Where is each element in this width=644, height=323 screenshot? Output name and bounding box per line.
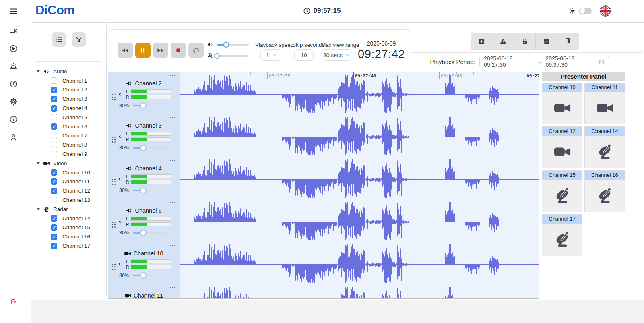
lock-button[interactable] bbox=[514, 33, 536, 50]
channel-checkbox[interactable] bbox=[51, 133, 57, 139]
mute-speaker-icon[interactable] bbox=[118, 219, 124, 225]
channel-checkbox[interactable] bbox=[51, 123, 57, 130]
more-options-icon[interactable]: ··· bbox=[169, 242, 176, 248]
waveform-zoom-slider[interactable] bbox=[216, 55, 249, 57]
caret-down-icon[interactable] bbox=[37, 162, 40, 164]
slider-thumb[interactable] bbox=[223, 42, 229, 48]
channel-checkbox[interactable] bbox=[51, 234, 57, 240]
archive-button[interactable] bbox=[536, 33, 557, 50]
filter-button[interactable] bbox=[72, 32, 86, 47]
pause-button[interactable] bbox=[135, 43, 151, 58]
channel-volume-slider[interactable] bbox=[133, 147, 166, 149]
waveform-canvas[interactable] bbox=[180, 157, 539, 199]
slider-thumb[interactable] bbox=[140, 187, 146, 193]
waveform-canvas[interactable] bbox=[180, 284, 539, 299]
presenter-tile[interactable]: Channel 11 bbox=[584, 83, 625, 124]
loop-button[interactable] bbox=[188, 43, 204, 58]
mute-speaker-icon[interactable] bbox=[118, 91, 124, 97]
channel-checkbox[interactable] bbox=[51, 142, 57, 148]
tree-section[interactable]: Radar bbox=[31, 205, 106, 214]
settings-nav-icon[interactable] bbox=[9, 97, 18, 106]
mute-speaker-icon[interactable] bbox=[118, 176, 124, 182]
drag-handle-icon[interactable] bbox=[112, 94, 117, 95]
channel-volume-slider[interactable] bbox=[133, 232, 166, 234]
channel-checkbox[interactable] bbox=[51, 151, 57, 157]
channel-tree-item[interactable]: Channel 14 bbox=[31, 214, 106, 223]
channel-tree-item[interactable]: Channel 13 bbox=[31, 195, 106, 205]
channel-tree-item[interactable]: Channel 10 bbox=[31, 168, 106, 177]
snapshot-button[interactable] bbox=[471, 33, 492, 50]
presenter-tile[interactable]: Channel 12 bbox=[542, 126, 582, 168]
channel-tree-item[interactable]: Channel 12 bbox=[31, 186, 106, 195]
drag-handle-icon[interactable] bbox=[112, 179, 117, 180]
logout-icon[interactable] bbox=[10, 298, 17, 306]
mute-speaker-icon[interactable] bbox=[118, 261, 124, 267]
calendar-icon[interactable] bbox=[599, 58, 605, 65]
channel-tree-item[interactable]: Channel 3 bbox=[31, 94, 106, 104]
language-flag-uk[interactable] bbox=[600, 5, 611, 17]
slider-thumb[interactable] bbox=[140, 103, 146, 109]
max-view-range-select[interactable]: 30 secs bbox=[322, 49, 352, 61]
master-volume-slider[interactable] bbox=[217, 44, 249, 46]
presenter-tile[interactable]: Channel 14 bbox=[584, 126, 625, 168]
more-options-icon[interactable]: ··· bbox=[169, 157, 176, 163]
presenter-tile[interactable]: Channel 10 bbox=[542, 83, 582, 124]
channel-checkbox[interactable] bbox=[51, 197, 57, 203]
channel-tree-item[interactable]: Channel 4 bbox=[31, 104, 106, 113]
channel-checkbox[interactable] bbox=[51, 96, 57, 102]
channel-tree-item[interactable]: Channel 6 bbox=[31, 122, 106, 131]
drag-handle-icon[interactable] bbox=[112, 137, 117, 138]
channel-checkbox[interactable] bbox=[51, 105, 57, 112]
channel-tree-item[interactable]: Channel 7 bbox=[31, 131, 106, 141]
channel-tree-item[interactable]: Channel 9 bbox=[31, 149, 106, 159]
bookmark-button[interactable] bbox=[557, 33, 579, 50]
fast-forward-button[interactable] bbox=[153, 43, 168, 58]
video-nav-icon[interactable] bbox=[9, 27, 18, 35]
slider-thumb[interactable] bbox=[140, 145, 146, 151]
alarm-nav-icon[interactable] bbox=[9, 62, 18, 70]
playback-period-input[interactable]: 2025-06-18 09:27:30 → 2025-06-18 09:37:3… bbox=[479, 55, 609, 68]
skip-seconds-input[interactable]: 10 bbox=[294, 49, 314, 61]
drag-handle-icon[interactable] bbox=[112, 264, 117, 265]
playback-nav-icon[interactable] bbox=[9, 44, 18, 53]
channel-checkbox[interactable] bbox=[51, 114, 57, 120]
tree-section[interactable]: Video bbox=[31, 159, 106, 168]
presenter-tile[interactable]: Channel 17 bbox=[542, 214, 582, 256]
channel-tree-item[interactable]: Channel 11 bbox=[31, 177, 106, 186]
caret-down-icon[interactable] bbox=[37, 70, 40, 72]
channel-tree-item[interactable]: Channel 16 bbox=[31, 232, 106, 241]
channel-tree-item[interactable]: Channel 8 bbox=[31, 140, 106, 149]
warning-button[interactable] bbox=[492, 33, 514, 50]
info-nav-icon[interactable] bbox=[9, 115, 18, 124]
dashboard-nav-icon[interactable] bbox=[9, 80, 18, 88]
channel-tree-item[interactable]: Channel 5 bbox=[31, 113, 106, 122]
waveform-canvas[interactable] bbox=[180, 72, 539, 114]
waveform-canvas[interactable] bbox=[180, 199, 539, 241]
channel-checkbox[interactable] bbox=[51, 215, 57, 222]
theme-toggle[interactable] bbox=[579, 8, 592, 14]
mute-speaker-icon[interactable] bbox=[118, 134, 124, 140]
slider-thumb[interactable] bbox=[214, 53, 220, 59]
slider-thumb[interactable] bbox=[140, 272, 146, 278]
drag-handle-icon[interactable] bbox=[112, 222, 117, 223]
channel-volume-slider[interactable] bbox=[133, 275, 166, 276]
stop-button[interactable] bbox=[171, 43, 186, 58]
more-options-icon[interactable]: ··· bbox=[169, 284, 176, 290]
more-options-icon[interactable]: ··· bbox=[169, 199, 176, 205]
channel-checkbox[interactable] bbox=[51, 87, 57, 93]
user-nav-icon[interactable] bbox=[9, 133, 18, 141]
tree-section[interactable]: Audio bbox=[31, 67, 106, 76]
waveform-canvas[interactable] bbox=[180, 242, 539, 284]
more-options-icon[interactable]: ··· bbox=[169, 72, 176, 78]
channel-tree-item[interactable]: Channel 17 bbox=[31, 241, 106, 251]
more-options-icon[interactable]: ··· bbox=[169, 114, 176, 120]
channel-checkbox[interactable] bbox=[51, 77, 57, 84]
channel-checkbox[interactable] bbox=[51, 169, 57, 176]
rewind-button[interactable] bbox=[118, 43, 133, 58]
channel-volume-slider[interactable] bbox=[133, 105, 166, 106]
channel-tree-item[interactable]: Channel 1 bbox=[31, 76, 106, 85]
caret-down-icon[interactable] bbox=[37, 208, 40, 210]
channel-tree-item[interactable]: Channel 15 bbox=[31, 223, 106, 232]
channel-checkbox[interactable] bbox=[51, 243, 57, 249]
channel-checkbox[interactable] bbox=[51, 178, 57, 185]
